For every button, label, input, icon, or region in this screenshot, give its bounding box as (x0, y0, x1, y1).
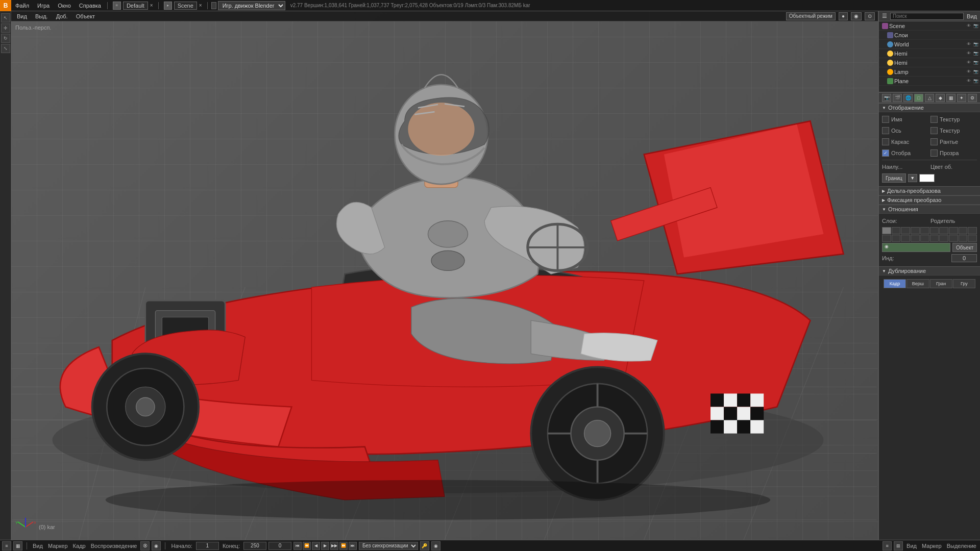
transport-start[interactable]: ⏮ (293, 542, 302, 550)
props-btn-scene[interactable]: 🎬 (893, 94, 902, 102)
texture-checkbox[interactable] (930, 116, 938, 123)
section-display-header[interactable]: ▼ Отображение (879, 103, 980, 112)
outliner-item-hemi2[interactable]: Hemi 👁 📷 (879, 58, 980, 67)
props-btn-physics[interactable]: ⚙ (968, 94, 977, 102)
layer-18[interactable] (949, 235, 958, 242)
h2-vis-icon[interactable]: 👁 (966, 60, 972, 66)
index-value[interactable]: 0 (951, 254, 977, 262)
wireframe-checkbox[interactable] (882, 138, 889, 145)
props-btn-texture[interactable]: ▦ (946, 94, 955, 102)
layer-3[interactable] (901, 227, 910, 234)
end-frame-input[interactable] (243, 542, 266, 550)
props-btn-material[interactable]: ◆ (936, 94, 945, 102)
transport-play[interactable]: ▶ (321, 542, 329, 550)
viewport-pivot-btn[interactable]: ⊙ (865, 12, 875, 20)
section-delta-header[interactable]: ▶ Дельта-преобразова (879, 186, 980, 195)
vp-menu-view[interactable]: Вид (14, 13, 30, 19)
tool-select[interactable]: ↖ (1, 13, 10, 22)
transport-end[interactable]: ⏭ (349, 542, 357, 550)
tool-rotate[interactable]: ↻ (1, 34, 10, 43)
transport-prev[interactable]: ◀ (312, 542, 320, 550)
layer-11[interactable] (882, 235, 891, 242)
dup-tab-vert[interactable]: Верш (906, 279, 929, 288)
section-dup-header[interactable]: ▼ Дублирование (879, 266, 980, 276)
start-frame-input[interactable] (196, 542, 219, 550)
outliner-item-layers[interactable]: Слои (879, 31, 980, 40)
world-vis-icon[interactable]: 👁 (966, 41, 972, 47)
view-menu-item[interactable]: Вид (31, 543, 44, 549)
parent-object-selector[interactable]: ◉ (882, 243, 950, 252)
anim-btn-2[interactable]: ◉ (152, 541, 161, 550)
layer-19[interactable] (959, 235, 968, 242)
keying-btn[interactable]: 🔑 (420, 541, 429, 550)
props-btn-world[interactable]: 🌐 (903, 94, 913, 102)
section-relations-header[interactable]: ▼ Отношения (879, 205, 980, 214)
layer-17[interactable] (939, 235, 948, 242)
render-icon[interactable]: 📷 (973, 23, 979, 29)
dup-tab-face[interactable]: Гран (930, 279, 952, 288)
props-btn-object[interactable]: □ (914, 94, 923, 102)
layer-8[interactable] (949, 227, 958, 234)
world-rnd-icon[interactable]: 📷 (973, 41, 979, 47)
props-btn-particles[interactable]: ✦ (957, 94, 966, 102)
menu-help[interactable]: Справка (75, 0, 105, 11)
marker-menu-item[interactable]: Маркер (46, 543, 69, 549)
render-checkbox[interactable] (930, 138, 938, 145)
layer-14[interactable] (911, 235, 920, 242)
auto-key-btn[interactable]: ◉ (431, 541, 440, 550)
vp-menu-add[interactable]: Доб. (54, 13, 70, 19)
viewport-shading-btn[interactable]: ● (839, 12, 848, 20)
props-btn-mesh[interactable]: △ (925, 94, 934, 102)
object-type-btn[interactable]: Объект (952, 243, 977, 252)
scene-close[interactable]: × (199, 3, 202, 8)
h1-rnd-icon[interactable]: 📷 (973, 51, 979, 57)
playback-menu-item[interactable]: Воспроизведение (89, 543, 139, 549)
color-box[interactable] (919, 174, 935, 182)
bottom-right-icon-2[interactable]: ⊞ (894, 541, 903, 550)
transp-checkbox[interactable] (930, 149, 938, 157)
bottom-right-icon-1[interactable]: ≡ (883, 541, 892, 550)
layer-13[interactable] (901, 235, 910, 242)
bounds-arrow[interactable]: ▼ (908, 174, 917, 182)
display-checkbox[interactable]: ✓ (882, 149, 889, 157)
menu-file[interactable]: Файл (11, 0, 33, 11)
anim-btn-1[interactable]: ⦿ (140, 541, 150, 550)
h2-rnd-icon[interactable]: 📷 (973, 60, 979, 66)
bottom-icon-2[interactable]: ▦ (13, 541, 22, 550)
layer-7[interactable] (939, 227, 948, 234)
layer-4[interactable] (911, 227, 920, 234)
current-frame-input[interactable] (268, 542, 291, 550)
outliner-item-scene[interactable]: Scene 👁 📷 (879, 21, 980, 31)
outliner-item-hemi1[interactable]: Hemi 👁 📷 (879, 49, 980, 58)
menu-game[interactable]: Игра (33, 0, 54, 11)
vp-menu-select[interactable]: Выд. (33, 13, 51, 19)
outliner-search[interactable] (890, 13, 964, 20)
tool-scale[interactable]: ⤡ (1, 44, 10, 53)
plane-rnd-icon[interactable]: 📷 (973, 78, 979, 84)
lamp-rnd-icon[interactable]: 📷 (973, 69, 979, 75)
tool-translate[interactable]: ✛ (1, 23, 10, 33)
sync-select[interactable]: Без синхронизации (359, 542, 418, 550)
layer-10[interactable] (968, 227, 977, 234)
bottom-icon-1[interactable]: ≡ (2, 541, 11, 550)
layer-9[interactable] (959, 227, 968, 234)
dup-tab-group[interactable]: Гру (953, 279, 975, 288)
visibility-icon[interactable]: 👁 (966, 23, 972, 29)
layer-12[interactable] (892, 235, 901, 242)
outliner-item-plane[interactable]: Plane 👁 📷 (879, 77, 980, 86)
workspace-name[interactable]: Default (123, 2, 148, 10)
vp-menu-object[interactable]: Объект (74, 13, 97, 19)
engine-select[interactable]: Игр. движок Blender (218, 1, 285, 10)
dup-tab-frame[interactable]: Кадр (884, 279, 906, 288)
bounds-btn[interactable]: Границ (882, 173, 906, 183)
layer-6[interactable] (930, 227, 939, 234)
texture2-checkbox[interactable] (930, 127, 938, 134)
workspace-close[interactable]: × (150, 3, 153, 8)
lamp-vis-icon[interactable]: 👁 (966, 69, 972, 75)
layer-1[interactable] (882, 227, 891, 234)
viewport-mode-btn[interactable]: Объектный режим (786, 12, 836, 20)
layer-16[interactable] (930, 235, 939, 242)
outliner-view-btn[interactable]: Вид (967, 13, 977, 19)
section-fix-header[interactable]: ▶ Фиксация преобразо (879, 195, 980, 205)
transport-next-key[interactable]: ⏩ (339, 542, 348, 550)
